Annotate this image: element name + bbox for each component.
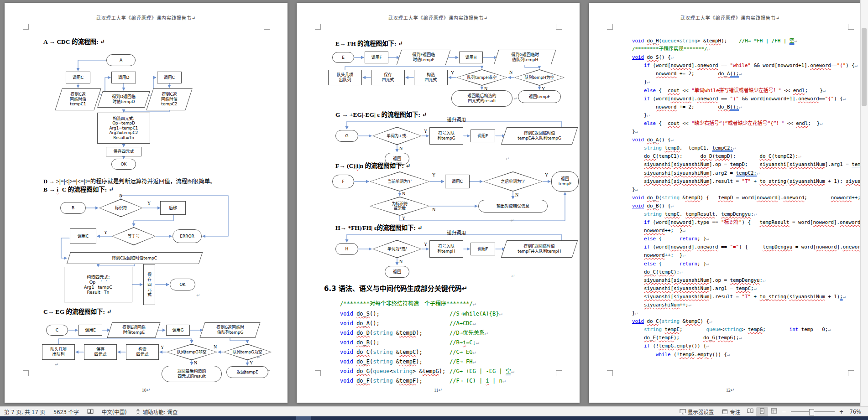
zoom-level[interactable]: 76% bbox=[845, 407, 865, 416]
margin-crop-mark bbox=[607, 24, 613, 30]
read-mode-view-button[interactable] bbox=[744, 407, 756, 416]
scrollbar-thumb[interactable] bbox=[862, 28, 867, 106]
branch-label-y: Y bbox=[424, 242, 427, 247]
flow-node-dequeue: 队头几项 出队列 bbox=[328, 70, 362, 85]
code-line: void do_B();//B→i=C;↵ bbox=[340, 338, 514, 347]
vertical-scrollbar[interactable] bbox=[860, 0, 868, 406]
flow-node-io: 得到F返回临 时值tempF bbox=[412, 52, 435, 62]
flow-node-start: E bbox=[332, 52, 354, 63]
code-line: siyuanshi[siyuanshiNum].result = "T" + t… bbox=[632, 177, 868, 186]
flow-title-c: C→ EG 的流程图如下: ↵ bbox=[43, 308, 112, 316]
declaration-code-block: void do_S();//S→while(A){B}↵void do_A();… bbox=[340, 309, 514, 386]
accessibility-person-icon bbox=[135, 409, 141, 415]
branch-label-n: N bbox=[509, 70, 512, 75]
web-layout-view-button[interactable] bbox=[768, 407, 780, 416]
code-line: void do_A();//A→CDC↵ bbox=[340, 319, 514, 328]
paragraph-mark: ↵ bbox=[196, 293, 200, 298]
branch-label-y: Y bbox=[424, 129, 427, 134]
code-line: void do_G(queue<string> &tempG);//G→ +EG… bbox=[340, 367, 514, 376]
margin-crop-mark bbox=[556, 370, 562, 376]
declaration-comment: /********对每个非终结符构造一个子程序*******/↵ bbox=[340, 299, 476, 309]
flow-node-call: 调用E bbox=[78, 325, 102, 336]
page-number: 10↵ bbox=[5, 388, 288, 393]
zoom-out-button[interactable]: − bbox=[780, 407, 788, 416]
print-layout-icon bbox=[759, 408, 765, 415]
branch-label-n: N bbox=[399, 146, 403, 151]
code-line: /********子程序实现*******/↵ bbox=[632, 45, 868, 53]
page-11[interactable]: 武汉理工大学《编译原理》课内实践报告书↵ E→ FH 的流程图如下: ↵ E bbox=[297, 3, 580, 403]
flow-node-call: 调用C bbox=[157, 72, 182, 83]
code-line: siyuanshi[siyuanshiNum].arg1 = tempC;↵ bbox=[632, 285, 868, 293]
code-line: }↵ bbox=[632, 309, 868, 317]
page-header: 武汉理工大学《编译原理》课内实践报告书↵ bbox=[297, 16, 580, 21]
flow-node-return: 返回 tempF bbox=[551, 171, 579, 192]
flow-node-save: 保存四元式 bbox=[106, 147, 141, 156]
flow-node-io: 得到C返 回临时值 tempC1 bbox=[70, 92, 86, 107]
margin-crop-mark bbox=[315, 24, 321, 30]
flow-title-f: F→ (C)|i|n 的流程图如下: ↵ bbox=[335, 162, 411, 170]
word-document-canvas: 武汉理工大学《编译原理》课内实践报告书↵ A → CDC 的流程图: ↵ A 调… bbox=[0, 0, 868, 420]
print-layout-view-button[interactable] bbox=[756, 407, 768, 416]
flow-node-return: 返回最后构造的 四元式的result bbox=[162, 366, 222, 382]
code-line: do_C(tempC1); do_D(tempD); do_C(tempC2);… bbox=[632, 152, 868, 161]
branch-label-y: Y bbox=[250, 360, 253, 365]
paragraph-mark: ↵ bbox=[514, 96, 518, 101]
status-bar: 第 7 页, 共 17 页 5623 个字 中文(中国) 辅助功能: 调查 显示… bbox=[0, 406, 868, 416]
focus-book-icon bbox=[722, 409, 728, 415]
branch-label-y: Y bbox=[402, 216, 405, 221]
code-line: string tempD, tempC1, tempC2;↵ bbox=[632, 144, 868, 152]
code-line: nowword += 2; do_B();↵ bbox=[632, 103, 868, 111]
code-line: void do_C(string &tempC) {↵ bbox=[632, 317, 868, 326]
flow-node-io: 得到C返回临时值tempC bbox=[112, 256, 157, 261]
code-line: }↵ bbox=[632, 111, 868, 119]
code-line: while (!tempG.empty()) {↵ bbox=[632, 351, 868, 359]
branch-label-n: N bbox=[432, 207, 435, 212]
accessibility-status[interactable]: 辅助功能: 调查 bbox=[131, 407, 182, 416]
page-number: 12↵ bbox=[589, 388, 868, 393]
margin-crop-mark bbox=[848, 370, 854, 376]
page-10[interactable]: 武汉理工大学《编译原理》课内实践报告书↵ A → CDC 的流程图: ↵ A 调… bbox=[5, 3, 288, 403]
branch-label-n: N bbox=[399, 259, 403, 264]
code-line: if (word[nowword].oneword == ")" && word… bbox=[632, 95, 868, 103]
flow-node-call: 调用C bbox=[66, 72, 90, 83]
code-line: void do_D(string &tempD);//D→优先关系↵ bbox=[340, 328, 514, 338]
page-indicator[interactable]: 第 7 页, 共 17 页 bbox=[0, 407, 49, 416]
flow-node-end: OK bbox=[111, 159, 136, 170]
code-line: do_E(tempE); do_G(tempG);↵ bbox=[632, 334, 868, 342]
flow-node-return: 返回tempE bbox=[226, 366, 268, 378]
taskbar-active-segment bbox=[296, 416, 311, 420]
recursive-call-label: 递归调用 bbox=[434, 116, 479, 123]
display-settings-button[interactable]: 显示器设置 bbox=[675, 407, 718, 416]
flowchart-b: B 标识符 N Y 后移 等于号 Y 调用C ERROR 得到C返回临时值tem… bbox=[37, 194, 251, 306]
code-line: void do_D(string &tempD) { tempD = word[… bbox=[632, 194, 868, 202]
zoom-in-button[interactable]: + bbox=[837, 407, 846, 416]
flow-node-call: 调用F bbox=[471, 243, 495, 255]
monitor-icon bbox=[680, 409, 686, 415]
code-line: void do_F(string &tempF);//F→ (C) | i | … bbox=[340, 376, 514, 386]
branch-label-y: Y bbox=[545, 172, 548, 177]
zoom-slider[interactable] bbox=[791, 409, 835, 415]
flow-node-end: OK bbox=[170, 279, 195, 290]
proofing-errors-button[interactable] bbox=[83, 407, 98, 416]
branch-label-n: N bbox=[402, 191, 405, 196]
margin-crop-mark bbox=[264, 24, 270, 30]
code-line: nowword++; }↵ bbox=[632, 227, 868, 235]
flow-node-start: F bbox=[332, 175, 354, 188]
flow-node-io: 得到D返回临 时值tempD bbox=[112, 94, 136, 104]
language-indicator[interactable]: 中文(中国) bbox=[98, 407, 131, 416]
flow-node-dequeue: 队头几项 出队列 bbox=[42, 344, 75, 360]
code-line: siyuanshi[siyuanshiNum].op = tempD; siyu… bbox=[632, 161, 868, 169]
code-line: if (!tempG.empty()) {↵ bbox=[632, 342, 868, 350]
focus-mode-button[interactable]: 专注 bbox=[718, 407, 744, 416]
word-count[interactable]: 5623 个字 bbox=[49, 407, 83, 416]
code-line: else { return; }↵ bbox=[632, 235, 868, 243]
flow-node-start: A bbox=[106, 54, 136, 66]
zoom-slider-thumb[interactable] bbox=[809, 409, 814, 415]
page-header: 武汉理工大学《编译原理》课内实践报告书↵ bbox=[5, 16, 288, 21]
page-12[interactable]: 武汉理工大学《编译原理》课内实践报告书↵ void do_H(queue<str… bbox=[589, 3, 868, 403]
margin-crop-mark bbox=[607, 370, 613, 376]
taskbar-strip bbox=[0, 416, 868, 420]
flow-node-io: 得到G返回临时 值队列tempG bbox=[216, 325, 244, 335]
flow-node-shift: 后移 bbox=[160, 201, 186, 215]
flow-node-start: G bbox=[335, 130, 358, 142]
